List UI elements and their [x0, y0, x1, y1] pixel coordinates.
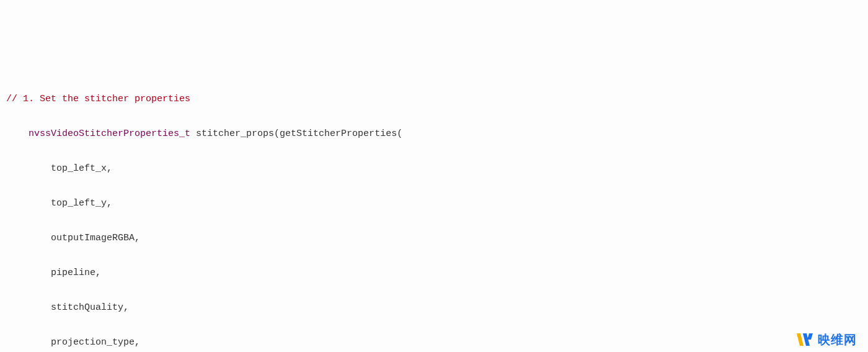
watermark-text: 映维网 [818, 331, 857, 348]
watermark-logo-icon [795, 332, 814, 347]
code-block: // 1. Set the stitcher properties nvssVi… [6, 73, 868, 352]
code-arg: outputImageRGBA, [51, 233, 140, 243]
code-type: nvssVideoStitcherProperties_t [29, 129, 190, 139]
code-arg: projection_type, [51, 337, 140, 348]
watermark: 映维网 [795, 331, 857, 348]
code-text: stitcher_props(getStitcherProperties( [196, 129, 402, 139]
code-arg: stitchQuality, [51, 302, 129, 313]
code-comment: // 1. Set the stitcher properties [6, 94, 190, 104]
code-arg: top_left_y, [51, 198, 112, 209]
code-arg: pipeline, [51, 268, 101, 278]
code-arg: top_left_x, [51, 163, 112, 174]
